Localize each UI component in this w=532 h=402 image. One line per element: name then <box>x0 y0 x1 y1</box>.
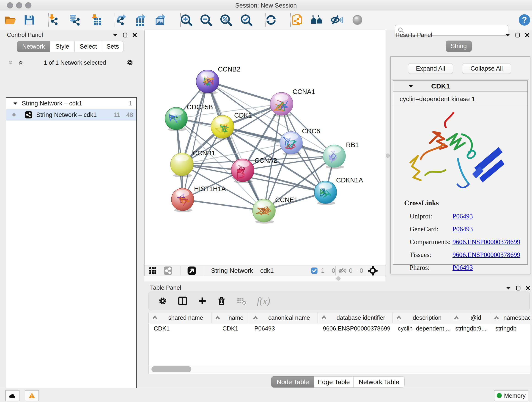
divider-handle[interactable] <box>336 276 341 281</box>
crosslink-link[interactable]: 9606.ENSP00000378699 <box>452 238 520 246</box>
gene-section-header[interactable]: CDK1 <box>393 81 527 92</box>
zoom-out-button[interactable] <box>199 13 213 27</box>
fit-selected-button[interactable] <box>368 266 378 275</box>
network-canvas[interactable]: CCNB2CCNA1CDC25BCDK1CDC6RB1CCNB1CCNA2CDK… <box>144 30 386 265</box>
open-session-icon <box>4 14 17 26</box>
open-session-button[interactable] <box>3 13 17 27</box>
table-row[interactable]: CDK1CDK1P064939606.ENSP00000378699cyclin… <box>149 323 530 333</box>
selected-checkbox[interactable] <box>311 266 318 275</box>
refresh-icon <box>265 14 277 26</box>
node-RB1[interactable]: RB1 <box>323 141 359 169</box>
expand-all-icon[interactable] <box>18 60 24 65</box>
collapse-all-icon[interactable] <box>7 60 13 65</box>
refresh-button[interactable] <box>264 13 278 27</box>
import-network-file-button[interactable] <box>46 13 60 27</box>
cloud-status-button[interactable] <box>5 390 19 401</box>
show-all-button[interactable] <box>330 13 344 27</box>
network-graph[interactable]: CCNB2CCNA1CDC25BCDK1CDC6RB1CCNB1CCNA2CDK… <box>145 30 386 265</box>
collapse-all-button[interactable]: Collapse All <box>462 63 511 74</box>
results-divider[interactable] <box>385 30 389 281</box>
crosslink-row: Pharos: P06493 <box>404 264 527 271</box>
tab-sets[interactable]: Sets <box>102 41 123 52</box>
close-panel-icon[interactable] <box>525 33 530 37</box>
expand-all-button[interactable]: Expand All <box>408 63 453 74</box>
scrollbar-thumb[interactable] <box>152 366 191 372</box>
tab-string[interactable]: String <box>446 41 472 52</box>
tab-select[interactable]: Select <box>75 41 102 52</box>
export-image-button[interactable] <box>152 13 167 27</box>
node-HIST1H1A[interactable]: HIST1H1A <box>171 185 226 212</box>
memory-button[interactable]: Memory <box>494 390 528 401</box>
column-header-name[interactable]: name <box>211 313 249 323</box>
column-header-id[interactable]: @id <box>450 313 490 323</box>
eye-button[interactable] <box>350 13 365 27</box>
export-network-button[interactable] <box>113 13 127 27</box>
node-label-CDK1: CDK1 <box>234 112 252 119</box>
warnings-button[interactable] <box>25 390 39 401</box>
float-panel-icon[interactable] <box>515 32 520 38</box>
network-tree-root-row[interactable]: String Network – cdk1 1 <box>6 98 136 109</box>
network-selection-summary: 1 of 1 Network selected <box>24 59 126 66</box>
cloud-icon <box>8 393 16 399</box>
close-panel-icon[interactable] <box>526 286 530 290</box>
add-column-icon[interactable] <box>198 296 207 306</box>
divider-handle[interactable] <box>386 153 390 158</box>
panel-menu-icon[interactable] <box>505 33 510 37</box>
zoom-in-button[interactable] <box>179 13 193 27</box>
column-header-databaseidentifier[interactable]: database identifier <box>318 313 393 323</box>
node-CDC25B[interactable]: CDC25B <box>165 103 213 131</box>
node-label-CDKN1A: CDKN1A <box>336 177 363 184</box>
collapse-triangle-icon[interactable] <box>13 102 18 105</box>
export-table-button[interactable] <box>133 13 147 27</box>
table-horizontal-scrollbar[interactable] <box>148 365 530 374</box>
homes-button[interactable] <box>310 13 324 27</box>
import-network-database-button[interactable] <box>67 13 82 27</box>
column-header-sharedname[interactable]: shared name <box>149 313 211 323</box>
node-CCNA1[interactable]: CCNA1 <box>270 88 315 117</box>
float-panel-icon[interactable] <box>123 32 127 38</box>
help-button[interactable]: ? <box>517 13 532 27</box>
show-all-icon <box>331 14 343 26</box>
birds-eye-view-button[interactable] <box>187 266 196 275</box>
node-CCNE1[interactable]: CCNE1 <box>253 196 298 224</box>
attribute-type-icon <box>215 315 221 320</box>
network-tree-row[interactable]: String Network – cdk1 11 48 <box>6 109 136 121</box>
move-crosshair-icon <box>368 266 378 275</box>
tab-edge-table[interactable]: Edge Table <box>314 376 354 388</box>
close-panel-icon[interactable] <box>133 33 137 37</box>
float-panel-icon[interactable] <box>516 286 520 291</box>
tab-network[interactable]: Network <box>17 41 50 52</box>
table-tabs: Node TableEdge TableNetwork Table <box>271 376 405 388</box>
crosslink-link[interactable]: 9606.ENSP00000378699 <box>452 251 520 259</box>
column-header-description[interactable]: description <box>393 313 450 323</box>
network-style-button[interactable] <box>163 266 172 275</box>
tab-network-table[interactable]: Network Table <box>354 376 405 388</box>
panel-menu-icon[interactable] <box>113 33 118 37</box>
tab-node-table[interactable]: Node Table <box>271 376 314 388</box>
table-panel-divider[interactable] <box>144 276 385 281</box>
zoom-selected-button[interactable] <box>239 13 253 27</box>
node-table[interactable]: shared namenamecanonical namedatabase id… <box>148 312 530 366</box>
crosslink-link[interactable]: P06493 <box>452 225 473 233</box>
show-columns-icon[interactable] <box>177 296 188 306</box>
crosslink-link[interactable]: P06493 <box>452 212 473 220</box>
share-document-button[interactable] <box>290 13 304 27</box>
panel-menu-icon[interactable] <box>506 287 511 290</box>
table-settings-gear-icon[interactable] <box>158 296 167 306</box>
zoom-fit-button[interactable] <box>219 13 233 27</box>
tab-style[interactable]: Style <box>50 41 75 52</box>
grid-view-button[interactable] <box>149 266 157 275</box>
node-CCNB1[interactable]: CCNB1 <box>171 149 215 177</box>
import-table-button[interactable] <box>89 13 103 27</box>
collapse-section-icon[interactable] <box>408 85 413 88</box>
node-label-CDC6: CDC6 <box>302 128 320 135</box>
node-CDKN1A[interactable]: CDKN1A <box>314 177 363 205</box>
crosslink-link[interactable]: P06493 <box>452 264 473 271</box>
network-options-gear-icon[interactable] <box>126 59 133 66</box>
column-header-canonicalname[interactable]: canonical name <box>249 313 318 323</box>
save-session-button[interactable] <box>22 13 36 27</box>
column-header-namespace[interactable]: namespace <box>490 313 530 323</box>
table-toolbar: f(x) <box>148 292 530 310</box>
delete-column-icon[interactable] <box>217 296 226 306</box>
edge-HIST1H1A-CCNE1[interactable] <box>183 199 264 211</box>
